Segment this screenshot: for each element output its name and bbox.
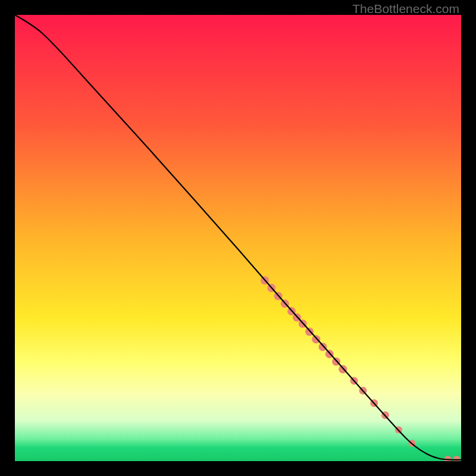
chart-svg [15, 15, 461, 461]
chart-container [15, 15, 461, 461]
gradient-background [15, 15, 461, 461]
watermark: TheBottleneck.com [352, 2, 459, 16]
scatter-point [319, 343, 327, 351]
